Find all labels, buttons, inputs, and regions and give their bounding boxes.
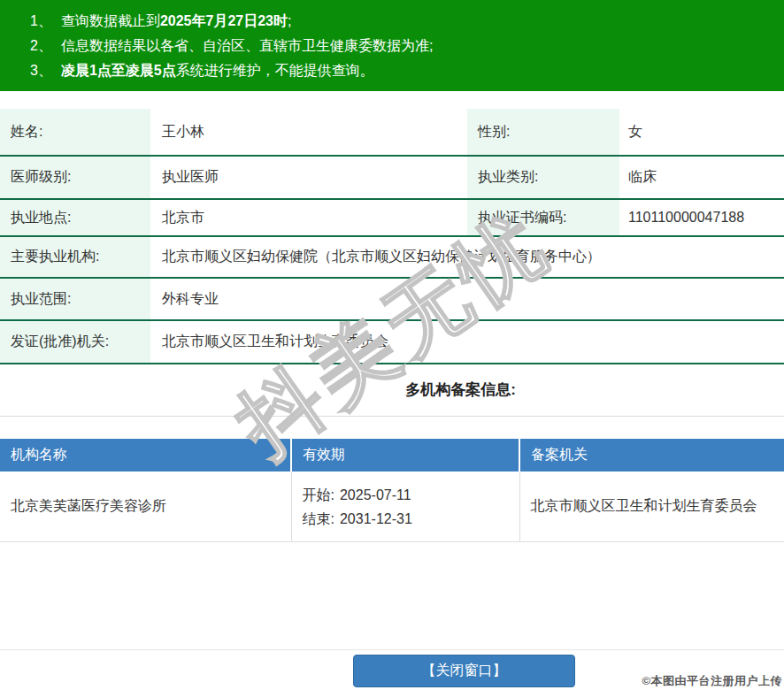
- copyright-stamp: ©本图由平台注册用户上传: [642, 673, 782, 689]
- notice-text: 系统进行维护，不能提供查询。: [176, 63, 374, 78]
- divider: [0, 416, 784, 417]
- table-row: 发证(批准)机关: 北京市顺义区卫生和计划生育委员会: [0, 320, 784, 364]
- filing-table-row: 北京美芙菡医疗美容诊所 开始:2025-07-11 结束:2031-12-31 …: [0, 472, 784, 542]
- gender-value: 女: [619, 109, 784, 156]
- notice-text: 查询数据截止到: [61, 13, 160, 28]
- table-row: 医师级别: 执业医师 执业类别: 临床: [0, 156, 784, 199]
- main-institution-value: 北京市顺义区妇幼保健院（北京市顺义区妇幼保健计划生育服务中心）: [150, 236, 784, 278]
- notice-text: 信息数据结果以各省、自治区、直辖市卫生健康委数据为准;: [61, 38, 433, 53]
- filing-section-title: 多机构备案信息:: [0, 364, 784, 416]
- org-name-cell: 北京美芙菡医疗美容诊所: [0, 472, 291, 542]
- doctor-level-label: 医师级别:: [0, 156, 150, 199]
- filing-authority-header: 备案机关: [519, 439, 784, 472]
- practice-scope-label: 执业范围:: [0, 278, 150, 320]
- notice-line-1: 1、查询数据截止到2025年7月27日23时;: [30, 9, 777, 34]
- validity-end: 结束:2031-12-31: [303, 507, 516, 531]
- gender-label: 性别:: [467, 109, 619, 156]
- notice-number: 2、: [30, 38, 52, 53]
- notice-line-2: 2、信息数据结果以各省、自治区、直辖市卫生健康委数据为准;: [30, 34, 777, 58]
- table-row: 姓名: 王小林 性别: 女: [0, 109, 784, 156]
- filing-authority-cell: 北京市顺义区卫生和计划生育委员会: [519, 472, 784, 542]
- end-date: 2031-12-31: [340, 511, 412, 526]
- notice-banner: 1、查询数据截止到2025年7月27日23时; 2、信息数据结果以各省、自治区、…: [0, 0, 784, 91]
- practice-category-label: 执业类别:: [467, 156, 619, 199]
- practice-category-value: 临床: [619, 156, 784, 199]
- name-label: 姓名:: [0, 109, 150, 156]
- close-window-button[interactable]: 【关闭窗口】: [353, 655, 575, 687]
- practitioner-info-table: 姓名: 王小林 性别: 女 医师级别: 执业医师 执业类别: 临床 执业地点: …: [0, 109, 784, 364]
- main-institution-label: 主要执业机构:: [0, 236, 150, 278]
- org-name-header: 机构名称: [0, 439, 291, 472]
- issuing-authority-value: 北京市顺义区卫生和计划生育委员会: [150, 320, 784, 364]
- validity-header: 有效期: [291, 439, 519, 472]
- notice-text-bold: 2025年7月27日23时: [160, 13, 288, 28]
- end-label: 结束:: [303, 511, 334, 526]
- start-label: 开始:: [303, 487, 334, 502]
- license-number-label: 执业证书编码:: [467, 199, 619, 236]
- doctor-level-value: 执业医师: [150, 156, 467, 199]
- notice-number: 3、: [30, 63, 52, 78]
- table-row: 执业地点: 北京市 执业证书编码: 110110000047188: [0, 199, 784, 236]
- notice-number: 1、: [30, 13, 52, 28]
- notice-text: ;: [288, 13, 291, 28]
- validity-cell: 开始:2025-07-11 结束:2031-12-31: [291, 472, 519, 542]
- practice-location-value: 北京市: [150, 199, 467, 236]
- issuing-authority-label: 发证(批准)机关:: [0, 320, 150, 364]
- divider: [0, 649, 784, 650]
- start-date: 2025-07-11: [340, 487, 411, 502]
- table-row: 主要执业机构: 北京市顺义区妇幼保健院（北京市顺义区妇幼保健计划生育服务中心）: [0, 236, 784, 278]
- notice-line-3: 3、凌晨1点至凌晨5点系统进行维护，不能提供查询。: [30, 58, 777, 83]
- license-number-value: 110110000047188: [619, 199, 784, 236]
- table-row: 执业范围: 外科专业: [0, 278, 784, 320]
- practice-location-label: 执业地点:: [0, 199, 150, 236]
- filing-table: 机构名称 有效期 备案机关 北京美芙菡医疗美容诊所 开始:2025-07-11 …: [0, 439, 784, 542]
- name-value: 王小林: [150, 109, 467, 156]
- validity-start: 开始:2025-07-11: [303, 483, 516, 507]
- filing-table-header-row: 机构名称 有效期 备案机关: [0, 439, 784, 472]
- practice-scope-value: 外科专业: [150, 278, 784, 320]
- notice-text-bold: 凌晨1点至凌晨5点: [61, 63, 176, 78]
